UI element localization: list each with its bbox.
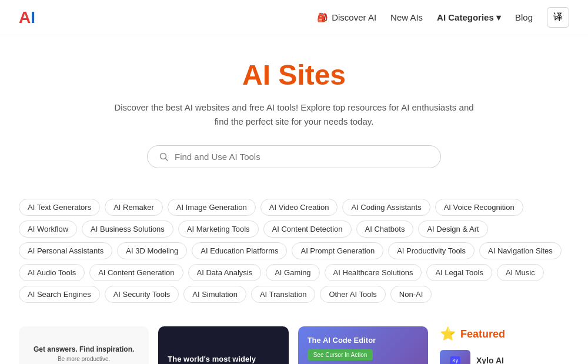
tag-ai-content-detection[interactable]: AI Content Detection (263, 221, 352, 238)
tag-ai-marketing-tools[interactable]: AI Marketing Tools (178, 221, 259, 238)
featured-title: ⭐ Featured (440, 326, 569, 342)
header: AI 🎒 Discover AI New AIs AI Categories ▾… (0, 0, 588, 35)
nav-discover[interactable]: 🎒 Discover AI (317, 12, 376, 23)
card3-cta-button[interactable]: See Cursor In Action (308, 349, 373, 360)
hero-section: AI Sites Discover the best AI websites a… (0, 35, 588, 199)
search-input[interactable] (175, 152, 429, 162)
nav-blog[interactable]: Blog (515, 12, 533, 22)
nav-ai-categories-label: AI Categories ▾ (437, 12, 501, 23)
tag-ai-3d-modeling[interactable]: AI 3D Modeling (117, 242, 187, 259)
card-cursor[interactable]: The AI Code Editor See Cursor In Action (298, 326, 428, 364)
nav-discover-label: Discover AI (332, 12, 376, 22)
featured-section: ⭐ Featured Xy Xylo AI GH GitHub Copilot (440, 326, 569, 364)
tag-ai-education-platforms[interactable]: AI Education Platforms (192, 242, 287, 259)
featured-item-xylo[interactable]: Xy Xylo AI (440, 350, 569, 364)
tag-other-ai-tools[interactable]: Other AI Tools (320, 286, 385, 303)
nav-blog-label: Blog (515, 12, 533, 22)
xylo-name: Xylo AI (476, 356, 504, 364)
featured-title-text: Featured (460, 328, 505, 340)
tag-ai-coding-assistants[interactable]: AI Coding Assistants (342, 199, 430, 216)
briefcase-icon: 🎒 (317, 12, 328, 23)
cards-section: Get answers. Find inspiration. Be more p… (0, 317, 588, 364)
tag-ai-navigation-sites[interactable]: AI Navigation Sites (479, 242, 562, 259)
cards-grid: Get answers. Find inspiration. Be more p… (19, 326, 428, 364)
nav-new-ais-label: New AIs (390, 12, 423, 22)
search-container (19, 145, 569, 168)
card1-sub: Be more productive. (58, 356, 111, 362)
nav-ai-categories[interactable]: AI Categories ▾ (437, 12, 501, 23)
logo-i: I (31, 8, 35, 27)
tag-ai-personal-assistants[interactable]: AI Personal Assistants (19, 242, 112, 259)
tag-ai-workflow[interactable]: AI Workflow (19, 221, 77, 238)
tag-ai-productivity-tools[interactable]: AI Productivity Tools (388, 242, 475, 259)
tags-section: AI Text GeneratorsAI RemakerAI Image Gen… (0, 199, 588, 317)
tag-ai-security-tools[interactable]: AI Security Tools (105, 286, 179, 303)
search-bar (147, 145, 441, 168)
logo[interactable]: AI (19, 8, 35, 27)
tag-ai-business-solutions[interactable]: AI Business Solutions (82, 221, 173, 238)
tag-ai-chatbots[interactable]: AI Chatbots (356, 221, 414, 238)
card-github-dark[interactable]: The world's most widely adopted AI devel… (158, 326, 288, 364)
nav-new-ais[interactable]: New AIs (390, 12, 423, 22)
tag-ai-text-generators[interactable]: AI Text Generators (19, 199, 100, 216)
tag-ai-simulation[interactable]: AI Simulation (183, 286, 246, 303)
tag-ai-legal-tools[interactable]: AI Legal Tools (426, 264, 492, 281)
tag-ai-search-engines[interactable]: AI Search Engines (19, 286, 100, 303)
tag-ai-voice-recognition[interactable]: AI Voice Recognition (435, 199, 523, 216)
translate-button[interactable]: 译 (547, 7, 569, 28)
tag-ai-music[interactable]: AI Music (497, 264, 544, 281)
tag-non-ai[interactable]: Non-AI (390, 286, 432, 303)
tag-ai-content-generation[interactable]: AI Content Generation (89, 264, 183, 281)
card1-title: Get answers. Find inspiration. (34, 345, 134, 353)
xylo-thumbnail: Xy (440, 350, 470, 364)
tag-ai-prompt-generation[interactable]: AI Prompt Generation (292, 242, 383, 259)
tag-ai-gaming[interactable]: AI Gaming (266, 264, 319, 281)
tag-ai-healthcare-solutions[interactable]: AI Healthcare Solutions (325, 264, 422, 281)
featured-star-icon: ⭐ (440, 326, 456, 342)
tag-ai-remaker[interactable]: AI Remaker (105, 199, 163, 216)
tag-ai-translation[interactable]: AI Translation (251, 286, 316, 303)
card3-title: The AI Code Editor (308, 336, 419, 345)
card2-text: The world's most widely adopted AI devel… (168, 354, 279, 364)
search-icon (159, 152, 169, 162)
logo-a: A (19, 8, 31, 27)
tag-ai-video-creation[interactable]: AI Video Creation (260, 199, 338, 216)
svg-line-1 (166, 158, 168, 161)
main-nav: 🎒 Discover AI New AIs AI Categories ▾ Bl… (317, 7, 569, 28)
tag-ai-audio-tools[interactable]: AI Audio Tools (19, 264, 85, 281)
tag-ai-image-generation[interactable]: AI Image Generation (168, 199, 256, 216)
tag-ai-design--art[interactable]: AI Design & Art (418, 221, 487, 238)
hero-subtitle: Discover the best AI websites and free A… (112, 101, 476, 129)
card-perplexity[interactable]: Get answers. Find inspiration. Be more p… (19, 326, 149, 364)
hero-title: AI Sites (19, 59, 569, 91)
translate-icon: 译 (553, 12, 563, 22)
tag-ai-data-analysis[interactable]: AI Data Analysis (188, 264, 262, 281)
card3-btn-label: See Cursor In Action (313, 352, 368, 358)
